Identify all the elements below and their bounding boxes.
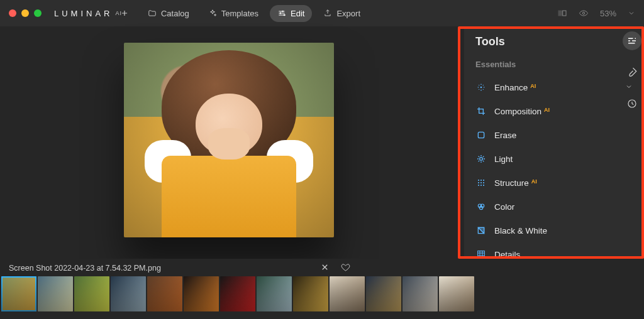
footer: Screen Shot 2022-04-23 at 7.54.32 PM.png: [0, 259, 644, 319]
filmstrip-thumb[interactable]: [147, 276, 182, 311]
chevron-down-icon[interactable]: [628, 9, 635, 17]
svg-point-1: [280, 13, 281, 14]
svg-point-14: [479, 89, 479, 90]
filmstrip-thumb[interactable]: [257, 276, 292, 311]
heart-icon: [341, 262, 350, 272]
svg-point-5: [582, 12, 584, 14]
filmstrip-thumb[interactable]: [38, 276, 73, 311]
panel-brush-button[interactable]: [623, 63, 641, 82]
tool-composition[interactable]: CompositionAI: [475, 99, 633, 123]
svg-point-23: [483, 182, 484, 183]
tab-templates[interactable]: Templates: [201, 5, 266, 22]
svg-point-12: [479, 85, 479, 85]
svg-rect-16: [478, 132, 484, 138]
compare-icon: [557, 8, 567, 18]
filmstrip-thumb[interactable]: [366, 276, 401, 311]
palette-icon: [475, 201, 487, 212]
svg-point-17: [480, 158, 483, 161]
sliders-icon: [626, 35, 638, 46]
close-file-button[interactable]: [320, 262, 330, 274]
svg-point-10: [478, 87, 479, 88]
half-square-icon: [475, 225, 487, 236]
tool-label: EnhanceAI: [494, 83, 618, 92]
filmstrip[interactable]: [0, 276, 644, 313]
folder-icon: [148, 9, 157, 18]
tools-panel-title: Tools: [475, 35, 505, 48]
tool-label: Color: [494, 202, 633, 212]
history-icon: [626, 98, 638, 109]
tool-label: Light: [494, 154, 633, 164]
filmstrip-thumb[interactable]: [330, 276, 365, 311]
filmstrip-thumb[interactable]: [402, 276, 438, 311]
tools-panel: Tools Essentials EnhanceAICompositionAIE…: [464, 26, 644, 259]
tab-export[interactable]: Export: [316, 5, 368, 22]
topbar-right: 53%: [557, 8, 635, 18]
tool-label: CompositionAI: [494, 107, 633, 116]
svg-point-25: [480, 185, 482, 186]
tab-edit[interactable]: Edit: [270, 5, 312, 22]
ai-badge: AI: [530, 83, 536, 89]
photo-canvas[interactable]: [0, 26, 458, 259]
tool-label: Details: [494, 250, 633, 259]
compare-view-button[interactable]: [557, 8, 567, 18]
svg-rect-31: [478, 251, 485, 258]
crop-icon: [475, 105, 487, 117]
svg-point-19: [480, 180, 482, 181]
tool-label: StructureAI: [494, 178, 633, 188]
panel-sliders-button[interactable]: [623, 31, 641, 50]
ai-badge: AI: [544, 107, 550, 113]
tool-label: Erase: [494, 131, 633, 140]
tools-panel-wrap: Tools Essentials EnhanceAICompositionAIE…: [458, 26, 644, 259]
file-bar: Screen Shot 2022-04-23 at 7.54.32 PM.png: [0, 259, 644, 276]
panel-history-button[interactable]: [623, 94, 641, 113]
svg-point-20: [483, 180, 484, 181]
eraser-icon: [475, 129, 487, 141]
add-button[interactable]: [113, 5, 136, 22]
filmstrip-thumb[interactable]: [1, 276, 36, 311]
svg-point-7: [480, 87, 482, 89]
svg-point-2: [284, 14, 285, 16]
filmstrip-thumb[interactable]: [111, 276, 146, 311]
filmstrip-thumb[interactable]: [184, 276, 219, 311]
preview-toggle[interactable]: [579, 8, 589, 18]
svg-point-8: [480, 84, 482, 85]
filmstrip-thumb[interactable]: [220, 276, 255, 311]
svg-point-9: [480, 90, 482, 91]
tool-enhance[interactable]: EnhanceAI: [475, 75, 633, 99]
grid-dots-icon: [475, 177, 487, 188]
tools-list: EnhanceAICompositionAIEraseLightStructur…: [475, 75, 633, 290]
eye-icon: [579, 8, 589, 18]
filmstrip-thumb[interactable]: [293, 276, 328, 311]
tab-label: Edit: [291, 9, 304, 18]
zoom-level[interactable]: 53%: [600, 9, 616, 18]
sparkle-dots-icon: [475, 82, 487, 93]
filmstrip-thumb[interactable]: [74, 276, 109, 311]
brush-icon: [626, 67, 638, 78]
favorite-button[interactable]: [341, 262, 350, 274]
svg-point-22: [480, 182, 482, 183]
top-tabs: Catalog Templates Edit Export: [0, 5, 480, 22]
tool-structure[interactable]: StructureAI: [475, 171, 633, 195]
svg-point-24: [478, 185, 479, 186]
tab-label: Templates: [221, 9, 258, 18]
tool-erase[interactable]: Erase: [475, 123, 633, 147]
svg-point-15: [483, 89, 484, 90]
svg-point-13: [483, 85, 484, 85]
plus-icon: [120, 9, 129, 18]
tool-color[interactable]: Color: [475, 195, 633, 219]
tab-label: Export: [336, 9, 360, 18]
ai-badge: AI: [531, 178, 537, 185]
svg-rect-4: [563, 11, 566, 16]
close-icon: [320, 262, 330, 272]
filmstrip-thumb[interactable]: [439, 276, 474, 311]
tool-black-white[interactable]: Black & White: [475, 219, 633, 242]
svg-point-21: [478, 182, 479, 183]
svg-point-26: [483, 185, 484, 186]
tool-light[interactable]: Light: [475, 147, 633, 171]
tab-label: Catalog: [161, 9, 189, 18]
tab-catalog[interactable]: Catalog: [140, 5, 197, 22]
topbar: LUMINAR AI Catalog Templates Edit Export: [0, 0, 644, 26]
svg-point-11: [484, 87, 485, 88]
sun-icon: [475, 153, 487, 165]
edited-photo: [124, 43, 334, 237]
